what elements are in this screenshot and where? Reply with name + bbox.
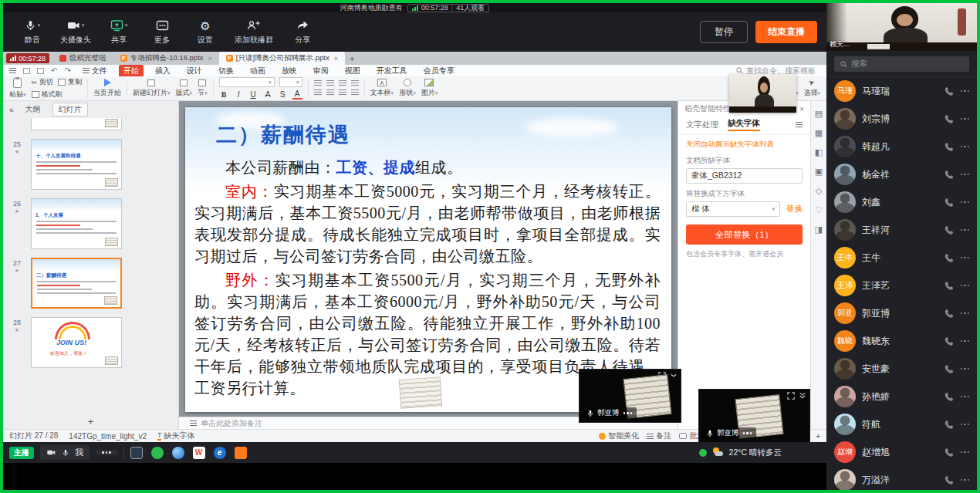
play-from-current-button[interactable]: 当页开始 xyxy=(93,79,121,98)
more-icon[interactable] xyxy=(961,340,970,343)
cut-button[interactable]: ✂剪切 xyxy=(32,77,54,87)
menu-tab-9[interactable]: 视图 xyxy=(340,65,365,77)
replace-link[interactable]: 替换 xyxy=(786,204,803,214)
more-icon[interactable] xyxy=(623,412,633,414)
call-icon[interactable] xyxy=(944,253,954,263)
call-icon[interactable] xyxy=(944,392,954,402)
new-tab-icon[interactable]: + xyxy=(350,54,354,63)
font-size-select[interactable]: ▾ xyxy=(279,77,302,87)
justify-icon[interactable] xyxy=(351,89,359,96)
missing-fonts-indicator[interactable]: T 缺失字体 xyxy=(157,431,195,441)
call-icon[interactable] xyxy=(944,364,954,374)
floating-camera-1[interactable]: 郭亚博 xyxy=(579,369,681,423)
menu-tab-4[interactable]: 设计 xyxy=(182,65,207,77)
italic-button[interactable]: I xyxy=(234,90,244,99)
participant-row[interactable]: 杨金祥 xyxy=(826,160,977,188)
participant-row[interactable]: 王牛王牛 xyxy=(826,244,977,272)
picture-button[interactable]: 图片▾ xyxy=(421,79,438,98)
more-icon[interactable] xyxy=(961,312,970,315)
more-icon[interactable] xyxy=(961,90,970,93)
font-color-button[interactable]: A xyxy=(292,89,302,100)
stream-quick-controls[interactable]: 我 xyxy=(40,445,90,460)
participant-row[interactable]: 魏晓魏晓东 xyxy=(826,327,977,355)
close-icon[interactable]: × xyxy=(799,105,804,113)
pause-stream-button[interactable]: 暂停 xyxy=(700,21,748,43)
call-icon[interactable] xyxy=(944,336,954,346)
slide-thumbnail[interactable]: 25★十、个人发展和待遇 xyxy=(3,139,178,190)
docer-tab-text[interactable]: 文字处理 xyxy=(686,120,718,130)
participant-row[interactable]: 王泽王泽艺 xyxy=(826,272,977,299)
close-icon[interactable]: × xyxy=(334,55,338,62)
textbox-button[interactable]: A 文本框▾ xyxy=(370,79,394,98)
call-icon[interactable] xyxy=(944,170,954,180)
more-icon[interactable] xyxy=(961,396,970,398)
weather-text[interactable]: 22°C 晴转多云 xyxy=(729,447,782,458)
replacement-font-select[interactable]: 楷 体▾ xyxy=(686,201,780,217)
tab-outline[interactable]: 大纲 xyxy=(20,103,46,116)
call-icon[interactable] xyxy=(944,114,954,124)
participant-row[interactable]: 赵增赵增旭 xyxy=(826,438,977,466)
call-icon[interactable] xyxy=(944,475,954,485)
add-slide-button[interactable]: + xyxy=(3,414,178,429)
thumbnail-partial[interactable] xyxy=(31,118,122,130)
panel-tool-icon[interactable]: ▤ xyxy=(815,109,823,119)
fullscreen-icon[interactable] xyxy=(787,392,795,400)
menu-tab-1[interactable]: 文件 xyxy=(78,65,112,77)
more-icon[interactable] xyxy=(961,479,970,481)
more-icon[interactable] xyxy=(743,432,752,434)
more-icon[interactable] xyxy=(961,201,970,204)
tab-slides[interactable]: 幻灯片 xyxy=(52,103,88,116)
collapse-panel-icon[interactable]: « xyxy=(9,106,14,114)
share-button[interactable]: 分享 xyxy=(282,15,323,50)
missing-font-item[interactable]: 隶体_GB2312 xyxy=(686,168,803,184)
close-auto-show-link[interactable]: 关闭自动展示缺失字体列表 xyxy=(678,135,810,151)
call-icon[interactable] xyxy=(944,142,954,152)
more-icon[interactable] xyxy=(961,174,970,176)
thumbnail-preview[interactable]: 二）薪酬待遇 xyxy=(31,258,122,309)
participant-row[interactable]: 王祥河 xyxy=(826,216,977,244)
more-icon[interactable] xyxy=(961,229,970,231)
close-icon[interactable]: × xyxy=(208,55,212,62)
more-icon[interactable] xyxy=(961,118,970,120)
slide-thumbnail[interactable]: 26★1、个人发展 xyxy=(3,198,178,249)
format-painter-button[interactable]: 格式刷 xyxy=(32,89,63,100)
camera-off-button[interactable]: ▾ 关摄像头 xyxy=(56,15,96,50)
more-icon[interactable] xyxy=(961,257,970,259)
underline-button[interactable]: U xyxy=(248,90,259,99)
end-stream-button[interactable]: 结束直播 xyxy=(755,21,817,43)
more-icon[interactable] xyxy=(961,424,970,426)
collapse-icon[interactable] xyxy=(799,392,806,400)
slide-thumbnail[interactable]: 27★二）薪酬待遇 xyxy=(3,258,178,309)
call-icon[interactable] xyxy=(944,225,954,235)
new-slide-button[interactable]: 新建幻灯片▾ xyxy=(133,79,171,98)
thumbnail-preview[interactable]: JOIN US!欢迎加入，博奥！ xyxy=(31,317,122,368)
more-icon[interactable] xyxy=(961,451,970,454)
notes-toggle[interactable]: 备注 xyxy=(647,431,671,441)
bullet-list-icon[interactable] xyxy=(314,80,322,87)
panel-tool-icon[interactable]: ▣ xyxy=(815,167,823,177)
settings-button[interactable]: ⚙ 设置 xyxy=(185,15,225,50)
main-webcam-video[interactable]: 赖天… xyxy=(826,3,977,51)
panel-tool-icon[interactable]: ♡ xyxy=(815,205,823,215)
menu-tab-2[interactable]: 开始 xyxy=(119,65,144,77)
menu-tab-5[interactable]: 切换 xyxy=(214,65,238,77)
strikethrough-button[interactable]: A xyxy=(263,90,273,99)
font-name-select[interactable]: ▾ xyxy=(219,77,275,87)
thumbnail-preview[interactable]: 十、个人发展和待遇 xyxy=(31,139,122,190)
participant-row[interactable]: 符航 xyxy=(826,410,977,438)
print-icon[interactable] xyxy=(37,68,44,74)
align-right-icon[interactable] xyxy=(339,89,346,96)
smart-beautify-button[interactable]: 智能美化 xyxy=(599,431,639,441)
panel-tool-icon[interactable]: ▦ xyxy=(815,128,823,138)
floating-camera-2[interactable]: 郭亚博 xyxy=(698,389,810,443)
collapse-icon[interactable] xyxy=(670,373,678,379)
chevron-down-icon[interactable]: ▾ xyxy=(38,22,41,29)
panel-menu-icon[interactable] xyxy=(796,122,803,127)
more-icon[interactable] xyxy=(961,368,970,370)
panel-tool-icon[interactable]: ◨ xyxy=(815,225,823,235)
participant-row[interactable]: 刘鑫 xyxy=(826,188,977,216)
more-icon[interactable] xyxy=(961,146,970,148)
indent-icon[interactable] xyxy=(339,80,346,87)
participant-row[interactable]: 安世豪 xyxy=(826,355,977,383)
chevron-down-icon[interactable]: ▾ xyxy=(125,22,128,29)
